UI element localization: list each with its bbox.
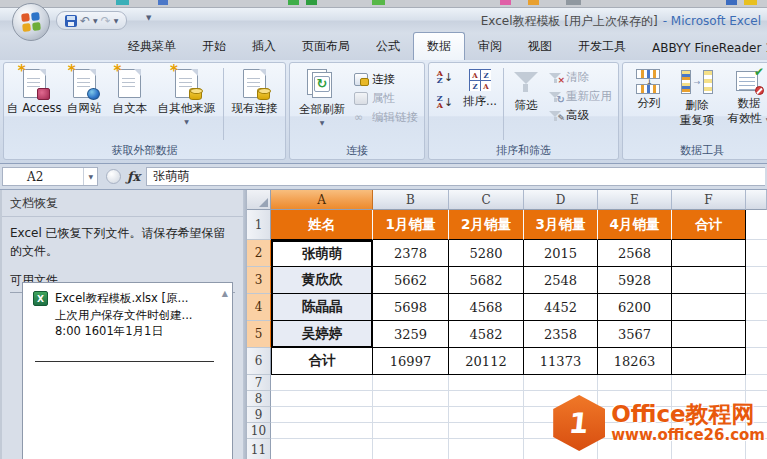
tab-view[interactable]: 视图: [515, 33, 565, 60]
cell-c9[interactable]: [449, 407, 524, 423]
connections-button[interactable]: 连接: [351, 70, 421, 89]
cell-g7[interactable]: [746, 375, 767, 391]
cell-c7[interactable]: [449, 375, 524, 391]
cell-c10[interactable]: [449, 423, 524, 439]
from-other-sources-button[interactable]: * 自其他来源 ▼: [153, 66, 221, 125]
from-web-button[interactable]: * 自网站: [62, 66, 108, 116]
cell-f7[interactable]: [672, 375, 746, 391]
cell-g6[interactable]: [746, 348, 767, 375]
save-icon[interactable]: [65, 15, 77, 27]
sort-descending-button[interactable]: ZA ↓: [432, 91, 458, 113]
tab-page-layout[interactable]: 页面布局: [289, 33, 363, 60]
from-text-button[interactable]: * 自文本: [107, 66, 153, 116]
cell-c3[interactable]: 5682: [449, 267, 524, 294]
refresh-all-button[interactable]: ↻ 全部刷新 ▼: [293, 66, 351, 126]
filter-button[interactable]: 筛选: [507, 66, 545, 113]
cell-b3[interactable]: 5662: [373, 267, 449, 294]
cell-b7[interactable]: [373, 375, 449, 391]
row-header-10[interactable]: 10: [247, 423, 271, 439]
cell-b5[interactable]: 3259: [373, 321, 449, 348]
tab-formulas[interactable]: 公式: [363, 33, 413, 60]
cell-g5[interactable]: [746, 321, 767, 348]
cell-e3[interactable]: 5928: [598, 267, 672, 294]
cell-b1[interactable]: 1月销量: [373, 210, 449, 240]
row-header-1[interactable]: 1: [247, 210, 271, 240]
cell-d2[interactable]: 2015: [524, 240, 598, 267]
cell-c11[interactable]: [449, 439, 524, 459]
cell-e7[interactable]: [598, 375, 672, 391]
cell-f1[interactable]: 合计: [672, 210, 746, 240]
remove-duplicates-button[interactable]: → 删除 重复项: [672, 66, 722, 128]
cell-c2[interactable]: 5280: [449, 240, 524, 267]
cell-b11[interactable]: [373, 439, 449, 459]
formula-bar-button[interactable]: [106, 169, 121, 184]
tab-home[interactable]: 开始: [189, 33, 239, 60]
tab-review[interactable]: 审阅: [465, 33, 515, 60]
cell-c1[interactable]: 2月销量: [449, 210, 524, 240]
cell-f2[interactable]: [672, 240, 746, 267]
cell-f4[interactable]: [672, 294, 746, 321]
cell-c6[interactable]: 20112: [449, 348, 524, 375]
cell-f5[interactable]: [672, 321, 746, 348]
tab-insert[interactable]: 插入: [239, 33, 289, 60]
cell-a2-active[interactable]: 张萌萌: [271, 240, 373, 267]
cell-a5[interactable]: 吴婷婷: [271, 321, 373, 348]
row-header-6[interactable]: 6: [247, 348, 271, 375]
cell-b10[interactable]: [373, 423, 449, 439]
from-access-button[interactable]: * 自 Access: [7, 66, 62, 116]
cell-b2[interactable]: 2378: [373, 240, 449, 267]
column-header-b[interactable]: B: [373, 190, 449, 210]
column-header-f[interactable]: F: [672, 190, 746, 210]
cell-c8[interactable]: [449, 391, 524, 407]
cell-c5[interactable]: 4582: [449, 321, 524, 348]
advanced-filter-button[interactable]: ✎ 高级: [545, 106, 615, 125]
cell-d5[interactable]: 2358: [524, 321, 598, 348]
cell-e4[interactable]: 6200: [598, 294, 672, 321]
select-all-corner[interactable]: [247, 190, 271, 210]
cell-a8[interactable]: [271, 391, 373, 407]
tab-data[interactable]: 数据: [413, 32, 465, 60]
cell-f6[interactable]: [672, 348, 746, 375]
row-header-8[interactable]: 8: [247, 391, 271, 407]
name-box-dropdown-icon[interactable]: ▼: [83, 168, 97, 185]
row-header-11[interactable]: 11: [247, 439, 271, 459]
cell-g2[interactable]: [746, 240, 767, 267]
cell-d1[interactable]: 3月销量: [524, 210, 598, 240]
existing-connections-button[interactable]: 现有连接: [227, 66, 282, 116]
column-header-c[interactable]: C: [449, 190, 524, 210]
cell-d7[interactable]: [524, 375, 598, 391]
properties-button[interactable]: 属性: [351, 89, 421, 108]
cell-g1[interactable]: [746, 210, 767, 240]
cell-b4[interactable]: 5698: [373, 294, 449, 321]
sort-button[interactable]: AZ ZA 排序...: [460, 66, 500, 109]
customize-qat-icon[interactable]: ▼: [146, 14, 151, 22]
cell-a1[interactable]: 姓名: [271, 210, 373, 240]
undo-icon[interactable]: ↶: [80, 15, 90, 27]
cell-e5[interactable]: 3567: [598, 321, 672, 348]
cell-a7[interactable]: [271, 375, 373, 391]
data-validation-button[interactable]: ✔ 数据 有效性 ▼: [722, 66, 767, 126]
row-header-7[interactable]: 7: [247, 375, 271, 391]
recovered-file-item[interactable]: X Excel教程模板.xlsx [原... 上次用户保存文件时创建... 8:…: [23, 283, 232, 340]
column-header-g-partial[interactable]: [746, 190, 767, 210]
name-box[interactable]: A2 ▼: [2, 167, 98, 186]
cell-g4[interactable]: [746, 294, 767, 321]
cell-a4[interactable]: 陈晶晶: [271, 294, 373, 321]
column-header-d[interactable]: D: [524, 190, 598, 210]
redo-dropdown-icon[interactable]: ▼: [114, 17, 119, 24]
cell-b8[interactable]: [373, 391, 449, 407]
cell-a9[interactable]: [271, 407, 373, 423]
edit-links-button[interactable]: ∞ 编辑链接: [351, 108, 421, 127]
tab-abbyy-finereader[interactable]: ABBYY FineReader 11: [639, 36, 767, 60]
column-header-a[interactable]: A: [271, 190, 373, 210]
cell-f3[interactable]: [672, 267, 746, 294]
cell-c4[interactable]: 4568: [449, 294, 524, 321]
tab-developer[interactable]: 开发工具: [565, 33, 639, 60]
row-header-5[interactable]: 5: [247, 321, 271, 348]
scroll-up-icon[interactable]: ▲: [222, 289, 228, 298]
text-to-columns-button[interactable]: ↓ 分列: [626, 66, 672, 111]
insert-function-icon[interactable]: ƒx: [127, 169, 140, 184]
cell-d4[interactable]: 4452: [524, 294, 598, 321]
row-header-4[interactable]: 4: [247, 294, 271, 321]
row-header-9[interactable]: 9: [247, 407, 271, 423]
